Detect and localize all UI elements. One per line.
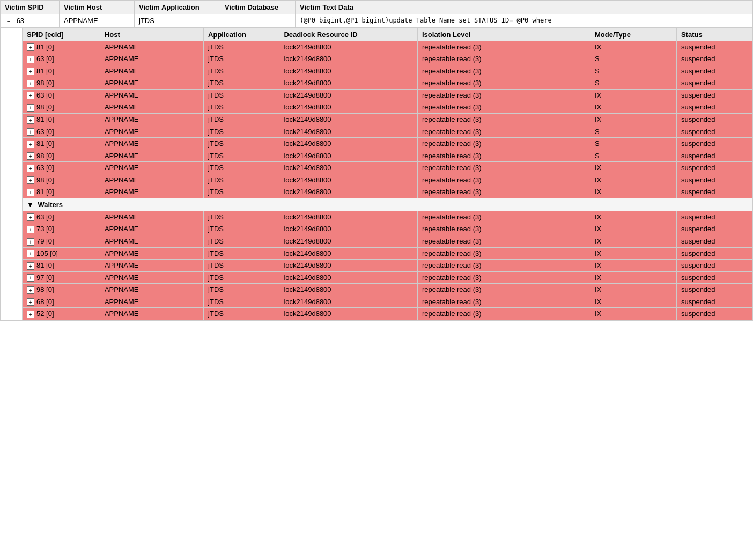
row-mode: IX bbox=[590, 211, 676, 223]
row-app: jTDS bbox=[204, 284, 279, 296]
row-app: jTDS bbox=[204, 89, 279, 101]
row-isolation: repeatable read (3) bbox=[417, 186, 590, 198]
row-host: APPNAME bbox=[100, 174, 203, 186]
owner-row: +81 [0] APPNAME jTDS lock2149d8800 repea… bbox=[23, 186, 754, 198]
expand-icon[interactable]: + bbox=[27, 141, 34, 148]
row-mode: IX bbox=[590, 247, 676, 260]
row-status: suspended bbox=[676, 211, 753, 223]
row-isolation: repeatable read (3) bbox=[417, 126, 590, 138]
row-status: suspended bbox=[676, 296, 753, 308]
expand-icon[interactable]: + bbox=[27, 165, 34, 172]
row-app: jTDS bbox=[204, 77, 279, 90]
row-spid: +68 [0] bbox=[23, 296, 100, 308]
row-app: jTDS bbox=[204, 271, 279, 284]
row-app: jTDS bbox=[204, 296, 279, 308]
owner-row: +98 [0] APPNAME jTDS lock2149d8800 repea… bbox=[23, 77, 754, 90]
row-isolation: repeatable read (3) bbox=[417, 89, 590, 101]
row-resource: lock2149d8800 bbox=[279, 150, 418, 162]
row-resource: lock2149d8800 bbox=[279, 101, 418, 114]
header-victim-spid: Victim SPID bbox=[1, 1, 60, 14]
row-spid: +63 [0] bbox=[23, 53, 100, 65]
row-mode: S bbox=[590, 126, 676, 138]
row-resource: lock2149d8800 bbox=[279, 271, 418, 284]
row-isolation: repeatable read (3) bbox=[417, 308, 590, 320]
expand-icon[interactable]: + bbox=[27, 176, 34, 184]
row-host: APPNAME bbox=[100, 235, 203, 248]
row-spid: +63 [0] bbox=[23, 162, 100, 174]
expand-icon[interactable]: + bbox=[27, 226, 34, 233]
expand-icon[interactable]: + bbox=[27, 43, 34, 51]
row-isolation: repeatable read (3) bbox=[417, 247, 590, 260]
row-status: suspended bbox=[676, 77, 753, 90]
waiter-row: +63 [0] APPNAME jTDS lock2149d8800 repea… bbox=[23, 211, 754, 223]
row-app: jTDS bbox=[204, 174, 279, 186]
expand-icon[interactable]: + bbox=[27, 238, 34, 246]
row-host: APPNAME bbox=[100, 296, 203, 308]
row-mode: IX bbox=[590, 186, 676, 198]
row-isolation: repeatable read (3) bbox=[417, 138, 590, 150]
expand-icon[interactable]: + bbox=[27, 68, 34, 75]
row-spid: +73 [0] bbox=[23, 223, 100, 235]
row-host: APPNAME bbox=[100, 247, 203, 260]
inner-header-application: Application bbox=[204, 28, 279, 41]
row-spid: +98 [0] bbox=[23, 174, 100, 186]
row-app: jTDS bbox=[204, 101, 279, 114]
row-host: APPNAME bbox=[100, 53, 203, 65]
inner-header-resource: Deadlock Resource ID bbox=[279, 28, 418, 41]
row-status: suspended bbox=[676, 223, 753, 235]
expand-icon[interactable]: + bbox=[27, 152, 34, 160]
expand-icon[interactable]: + bbox=[27, 250, 34, 257]
waiter-row: +98 [0] APPNAME jTDS lock2149d8800 repea… bbox=[23, 284, 754, 296]
row-status: suspended bbox=[676, 271, 753, 284]
row-app: jTDS bbox=[204, 235, 279, 248]
row-host: APPNAME bbox=[100, 223, 203, 235]
row-resource: lock2149d8800 bbox=[279, 247, 418, 260]
victim-database-cell bbox=[220, 14, 296, 28]
row-mode: IX bbox=[590, 101, 676, 114]
expand-icon[interactable]: + bbox=[27, 262, 34, 270]
row-status: suspended bbox=[676, 138, 753, 150]
row-spid: +63 [0] bbox=[23, 89, 100, 101]
row-spid: +79 [0] bbox=[23, 235, 100, 248]
expand-icon[interactable]: + bbox=[27, 189, 34, 196]
expand-icon[interactable]: + bbox=[27, 128, 34, 136]
collapse-icon[interactable]: − bbox=[5, 18, 12, 25]
row-spid: +63 [0] bbox=[23, 126, 100, 138]
expand-icon[interactable]: + bbox=[27, 286, 34, 294]
outer-table: Victim SPID Victim Host Victim Applicati… bbox=[0, 0, 753, 321]
row-status: suspended bbox=[676, 89, 753, 101]
row-app: jTDS bbox=[204, 126, 279, 138]
row-isolation: repeatable read (3) bbox=[417, 271, 590, 284]
row-resource: lock2149d8800 bbox=[279, 260, 418, 272]
row-mode: IX bbox=[590, 162, 676, 174]
waiter-row: +97 [0] APPNAME jTDS lock2149d8800 repea… bbox=[23, 271, 754, 284]
row-host: APPNAME bbox=[100, 138, 203, 150]
expand-icon[interactable]: + bbox=[27, 92, 34, 99]
header-victim-host: Victim Host bbox=[60, 1, 135, 14]
expand-icon[interactable]: + bbox=[27, 116, 34, 124]
row-host: APPNAME bbox=[100, 284, 203, 296]
expand-icon[interactable]: + bbox=[27, 274, 34, 282]
expand-icon[interactable]: + bbox=[27, 213, 34, 221]
row-host: APPNAME bbox=[100, 211, 203, 223]
inner-table: SPID [ecid] Host Application Deadlock Re… bbox=[22, 28, 753, 320]
expand-icon[interactable]: + bbox=[27, 311, 34, 318]
expand-icon[interactable]: + bbox=[27, 104, 34, 112]
expand-icon[interactable]: + bbox=[27, 298, 34, 306]
victim-spid-value: 63 bbox=[17, 17, 24, 25]
header-victim-database: Victim Database bbox=[220, 1, 296, 14]
inner-header-row: SPID [ecid] Host Application Deadlock Re… bbox=[23, 28, 754, 41]
row-app: jTDS bbox=[204, 162, 279, 174]
expand-icon[interactable]: + bbox=[27, 56, 34, 63]
row-resource: lock2149d8800 bbox=[279, 296, 418, 308]
row-resource: lock2149d8800 bbox=[279, 186, 418, 198]
row-spid: +63 [0] bbox=[23, 211, 100, 223]
row-app: jTDS bbox=[204, 65, 279, 77]
expand-icon[interactable]: + bbox=[27, 80, 34, 87]
row-status: suspended bbox=[676, 308, 753, 320]
waiter-row: +68 [0] APPNAME jTDS lock2149d8800 repea… bbox=[23, 296, 754, 308]
row-status: suspended bbox=[676, 41, 753, 53]
row-app: jTDS bbox=[204, 247, 279, 260]
row-isolation: repeatable read (3) bbox=[417, 235, 590, 248]
waiters-label-text: Waiters bbox=[38, 201, 63, 209]
